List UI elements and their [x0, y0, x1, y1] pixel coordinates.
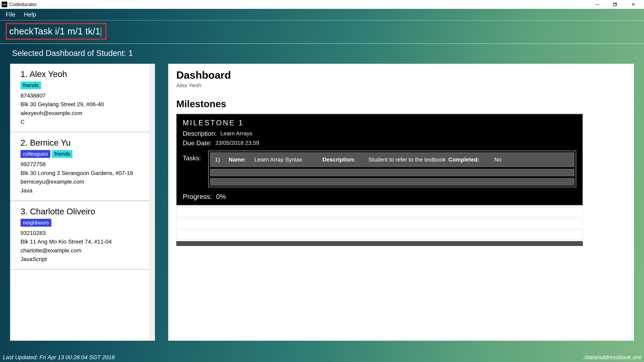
milestones-heading: Milestones	[176, 98, 626, 109]
command-input[interactable]: checkTask i/1 m/1 tk/1	[6, 23, 106, 40]
student-name: 2. Bernice Yu	[20, 138, 147, 148]
tag-friends: friends	[52, 150, 72, 158]
student-email: charlotte@example.com	[20, 246, 147, 255]
progress-value: 0%	[216, 193, 226, 201]
text-caret	[101, 27, 101, 37]
student-address: Blk 11 Ang Mo Kio Street 74, #11-04	[20, 237, 147, 246]
milestone-card: MILESTONE 1 Description: Learn Arrays Du…	[176, 114, 583, 205]
empty-row	[176, 230, 583, 240]
app-icon: edu	[2, 1, 7, 7]
task-index: 1)	[215, 156, 227, 163]
dashboard-student-name: Alex Yeoh	[176, 82, 626, 89]
student-phone: 93210283	[20, 229, 147, 237]
result-message: Selected Dashboard of Student: 1	[0, 44, 644, 64]
student-email: berniceyu@example.com	[20, 177, 147, 186]
student-name: 3. Charlotte Oliveiro	[20, 207, 147, 216]
empty-row	[176, 207, 583, 217]
milestone-due-value: 23/05/2018 23:59	[215, 140, 259, 146]
status-last-updated: Last Updated: Fri Apr 13 00:28:04 SGT 20…	[3, 354, 115, 361]
student-lang: C	[20, 117, 147, 126]
student-email: alexyeoh@example.com	[20, 109, 147, 117]
menu-bar: File Help	[0, 9, 644, 20]
empty-row	[176, 219, 583, 228]
status-bar: Last Updated: Fri Apr 13 00:28:04 SGT 20…	[0, 353, 644, 362]
student-card[interactable]: 2. Bernice Yucolleaguesfriends99272758Bl…	[10, 132, 155, 201]
status-data-path: ./data/addressbook.xml	[583, 354, 642, 361]
sidebar-scrollbar[interactable]	[149, 64, 155, 341]
student-tags: colleaguesfriends	[20, 150, 147, 158]
tasks-label: Tasks:	[183, 150, 205, 162]
tag-colleagues: colleagues	[20, 150, 50, 158]
task-row-empty	[210, 169, 574, 176]
command-text: checkTask i/1 m/1 tk/1	[9, 26, 100, 36]
app-icon-text: edu	[2, 3, 7, 6]
menu-help[interactable]: Help	[24, 11, 36, 18]
progress-label: Progress:	[183, 193, 212, 201]
task-desc-label: Description:	[322, 156, 367, 163]
student-card[interactable]: 1. Alex Yeohfriends87438807Blk 30 Geylan…	[10, 64, 155, 132]
milestone-horizontal-scrollbar[interactable]	[176, 241, 583, 246]
student-address: Blk 30 Lorong 3 Serangoon Gardens, #07-1…	[20, 169, 147, 177]
student-tags: friends	[20, 81, 147, 89]
milestone-desc-value: Learn Arrays	[220, 130, 252, 137]
window-title: Codeducator	[9, 1, 37, 7]
student-lang: JavaScript	[20, 255, 147, 264]
close-button[interactable]	[624, 0, 642, 9]
tag-friends: friends	[20, 81, 41, 89]
maximize-button[interactable]	[606, 0, 624, 9]
student-list[interactable]: 1. Alex Yeohfriends87438807Blk 30 Geylan…	[10, 64, 155, 341]
task-completed-value: No	[494, 156, 512, 163]
tasks-list[interactable]: 1) Name: Learn Array Syntax Description:…	[208, 150, 576, 187]
milestone-desc-label: Description:	[183, 130, 217, 137]
tag-neighbours: neighbours	[20, 219, 51, 227]
task-completed-label: Completed:	[448, 156, 493, 163]
menu-file[interactable]: File	[6, 11, 15, 18]
student-address: Blk 30 Geylang Street 29, #06-40	[20, 100, 147, 109]
task-row[interactable]: 1) Name: Learn Array Syntax Description:…	[210, 152, 574, 167]
student-name: 1. Alex Yeoh	[20, 69, 147, 79]
window-titlebar: edu Codeducator	[0, 0, 644, 9]
dashboard-panel: Dashboard Alex Yeoh Milestones MILESTONE…	[168, 64, 634, 341]
student-phone: 99272758	[20, 160, 147, 169]
milestone-empty-rows	[176, 207, 583, 240]
milestone-header: MILESTONE 1	[183, 119, 576, 127]
task-name-value: Learn Array Syntax	[254, 156, 321, 163]
student-lang: Java	[20, 186, 147, 195]
minimize-button[interactable]	[588, 0, 606, 9]
milestone-due-label: Due Date:	[183, 139, 212, 147]
svg-rect-2	[614, 3, 616, 6]
task-desc-value: Student to refer to the textbook	[368, 156, 447, 163]
student-tags: neighbours	[20, 219, 147, 227]
task-name-label: Name:	[228, 156, 253, 163]
dashboard-title: Dashboard	[176, 69, 626, 81]
student-card[interactable]: 3. Charlotte Oliveironeighbours93210283B…	[10, 201, 155, 270]
task-row-empty	[210, 178, 574, 185]
student-phone: 87438807	[20, 91, 147, 100]
